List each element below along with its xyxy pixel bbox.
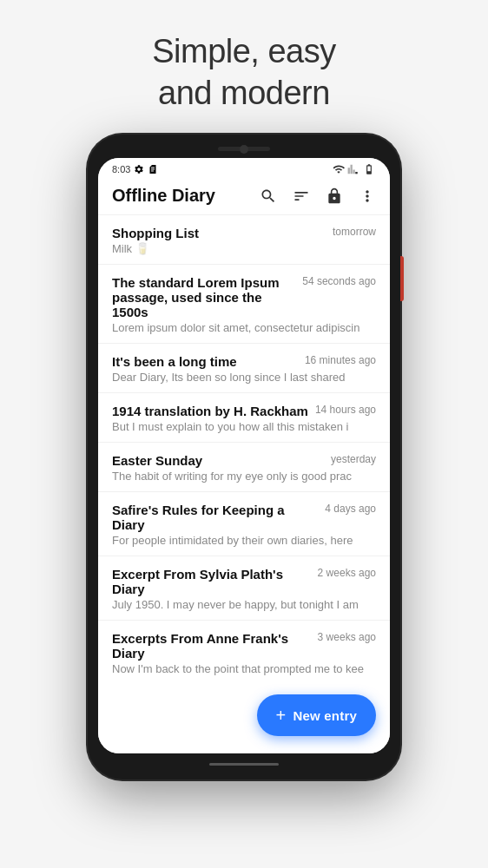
diary-item-title: Excerpt From Sylvia Plath's Diary — [112, 567, 311, 596]
diary-item-header: It's been a long time 16 minutes ago — [112, 354, 376, 369]
diary-item-time: 54 seconds ago — [302, 275, 376, 287]
diary-list-item[interactable]: 1914 translation by H. Rackham 14 hours … — [98, 393, 390, 443]
phone-screen: 8:03 Offline Diary — [98, 158, 390, 753]
signal-icon — [347, 163, 359, 175]
diary-item-title: 1914 translation by H. Rackham — [112, 404, 308, 418]
sim-icon — [148, 164, 158, 174]
diary-list-item[interactable]: Easter Sunday yesterday The habit of wri… — [98, 443, 390, 492]
diary-item-preview: For people intimidated by their own diar… — [112, 534, 376, 547]
app-title: Offline Diary — [112, 186, 260, 206]
diary-item-preview: The habit of writing for my eye only is … — [112, 470, 376, 483]
diary-item-preview: Now I'm back to the point that prompted … — [112, 662, 376, 675]
status-bar: 8:03 — [98, 158, 390, 179]
headline-line2: and modern — [158, 75, 330, 111]
fab-label: New entry — [293, 708, 358, 723]
diary-item-header: 1914 translation by H. Rackham 14 hours … — [112, 404, 376, 418]
diary-item-header: Excerpt From Sylvia Plath's Diary 2 week… — [112, 567, 376, 596]
lock-icon[interactable] — [326, 187, 343, 205]
phone-mockup: 8:03 Offline Diary — [88, 135, 400, 779]
diary-list-item[interactable]: It's been a long time 16 minutes ago Dea… — [98, 344, 390, 393]
status-time: 8:03 — [112, 164, 130, 174]
svg-rect-0 — [367, 167, 371, 172]
camera — [240, 145, 248, 154]
headline: Simple, easy and modern — [117, 0, 371, 135]
headline-line1: Simple, easy — [152, 33, 336, 69]
fab-area: + New entry — [98, 684, 390, 753]
diary-item-time: yesterday — [331, 453, 376, 465]
diary-item-time: 16 minutes ago — [305, 354, 376, 366]
diary-item-title: The standard Lorem Ipsum passage, used s… — [112, 275, 295, 319]
side-button — [400, 256, 404, 301]
diary-item-title: Excerpts From Anne Frank's Diary — [112, 631, 311, 661]
diary-list: Shopping List tomorrow Milk 🥛 The standa… — [98, 215, 390, 684]
battery-icon — [362, 163, 376, 175]
home-indicator — [209, 763, 279, 766]
diary-list-item[interactable]: Safire's Rules for Keeping a Diary 4 day… — [98, 492, 390, 556]
diary-item-header: Safire's Rules for Keeping a Diary 4 day… — [112, 503, 376, 532]
diary-item-title: Safire's Rules for Keeping a Diary — [112, 503, 318, 532]
diary-item-preview: July 1950. I may never be happy, but ton… — [112, 598, 376, 611]
diary-item-header: Shopping List tomorrow — [112, 226, 376, 240]
more-icon[interactable] — [359, 187, 376, 205]
wifi-icon — [333, 163, 345, 175]
diary-item-time: 14 hours ago — [315, 404, 376, 416]
diary-item-preview: But I must explain to you how all this m… — [112, 420, 376, 433]
app-bar-icons — [260, 187, 376, 205]
diary-item-header: Excerpts From Anne Frank's Diary 3 weeks… — [112, 631, 376, 661]
diary-item-title: It's been a long time — [112, 354, 298, 369]
diary-list-item[interactable]: Shopping List tomorrow Milk 🥛 — [98, 215, 390, 265]
diary-item-title: Easter Sunday — [112, 453, 324, 468]
app-bar: Offline Diary — [98, 179, 390, 215]
diary-item-header: The standard Lorem Ipsum passage, used s… — [112, 275, 376, 319]
diary-item-preview: Milk 🥛 — [112, 242, 376, 255]
filter-icon[interactable] — [293, 187, 310, 205]
phone-top-bar — [98, 147, 390, 151]
diary-item-header: Easter Sunday yesterday — [112, 453, 376, 468]
diary-item-preview: Dear Diary, Its been so long since I las… — [112, 371, 376, 384]
diary-item-time: tomorrow — [333, 226, 376, 238]
status-icons — [333, 163, 376, 175]
new-entry-button[interactable]: + New entry — [257, 694, 376, 736]
diary-list-item[interactable]: Excerpt From Sylvia Plath's Diary 2 week… — [98, 556, 390, 621]
diary-item-preview: Lorem ipsum dolor sit amet, consectetur … — [112, 321, 376, 334]
diary-item-time: 4 days ago — [325, 503, 376, 515]
phone-bottom-bar — [98, 760, 390, 767]
search-icon[interactable] — [260, 187, 277, 205]
diary-list-item[interactable]: Excerpts From Anne Frank's Diary 3 weeks… — [98, 621, 390, 684]
diary-list-item[interactable]: The standard Lorem Ipsum passage, used s… — [98, 265, 390, 344]
diary-item-title: Shopping List — [112, 226, 326, 240]
diary-item-time: 2 weeks ago — [318, 567, 376, 579]
diary-item-time: 3 weeks ago — [318, 631, 376, 643]
gear-icon — [134, 164, 144, 174]
fab-plus-icon: + — [276, 707, 287, 724]
status-left: 8:03 — [112, 164, 158, 174]
